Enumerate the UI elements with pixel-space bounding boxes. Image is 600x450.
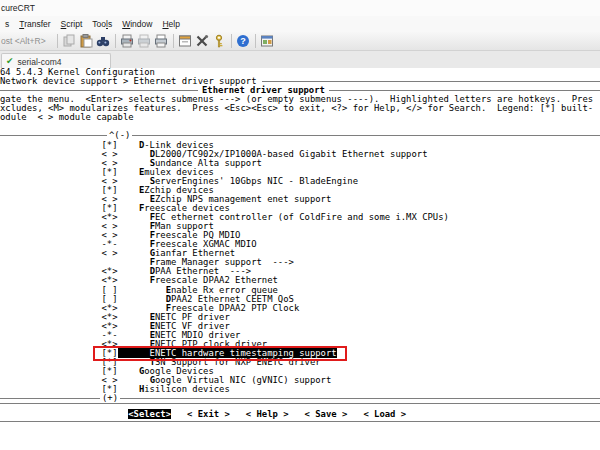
toolbar-separator [255,34,256,48]
printer-alt-icon[interactable] [153,33,170,49]
key-icon[interactable] [211,33,228,49]
dialog-bottom-border [0,421,600,423]
toolbar-separator [173,34,174,48]
global-options-icon[interactable] [194,33,211,49]
tab-label: serial-com4 [18,57,62,67]
menu-item-script[interactable]: Script [56,19,88,29]
button-help[interactable]: < Help > [246,409,289,419]
print-icon[interactable] [119,33,136,49]
connected-check-icon: ✔ [6,57,14,66]
quick-connect-host-field[interactable]: ost <Alt+R> [0,36,54,46]
menu-item-window[interactable]: Window [117,19,157,29]
help-text-line: odule < > module capable [0,113,600,122]
menu-item-transfer[interactable]: Transfer [14,19,55,29]
border-line [262,81,600,82]
border-line [0,135,107,136]
toolbar-separator [115,34,116,48]
button-save[interactable]: < Save > [305,409,348,419]
toolbar-separator [57,34,58,48]
scroll-down-indicator: (+) [100,394,120,403]
print-faded-icon[interactable] [136,33,153,49]
toolbar-separator [231,34,232,48]
border-line [0,90,198,91]
copy-icon[interactable] [61,33,78,49]
menu-item-tools[interactable]: Tools [87,19,117,29]
menu-bar: sTransferScriptToolsWindowHelp [0,16,600,32]
session-options-icon[interactable] [177,33,194,49]
toolbar: ost <Alt+R> ? [0,32,600,50]
terminal-screen[interactable]: 64 5.4.3 Kernel ConfigurationNetwork dev… [0,68,600,450]
button-exit[interactable]: < Exit > [187,409,230,419]
menu-item-options-partial[interactable]: s [0,19,14,29]
paste-icon[interactable] [78,33,95,49]
help-icon[interactable]: ? [235,33,252,49]
border-line [0,398,100,399]
find-icon[interactable] [95,33,112,49]
window-titlebar[interactable]: cureCRT [0,0,600,16]
dialog-button-bar: <Select> < Exit > < Help > < Save > < Lo… [0,407,600,421]
border-line [329,90,600,91]
svg-text:?: ? [240,36,246,46]
border-line [132,135,600,136]
config-item[interactable]: [*] Hisilicon devices [0,385,600,394]
list-bottom-border: (+) [0,394,600,403]
blank-line [0,122,600,131]
button-load[interactable]: < Load > [363,409,406,419]
menu-item-help[interactable]: Help [157,19,184,29]
button-select[interactable]: <Select> [128,409,171,419]
window-title: cureCRT [1,3,35,13]
session-manager-icon[interactable] [259,33,276,49]
border-line [120,398,600,399]
